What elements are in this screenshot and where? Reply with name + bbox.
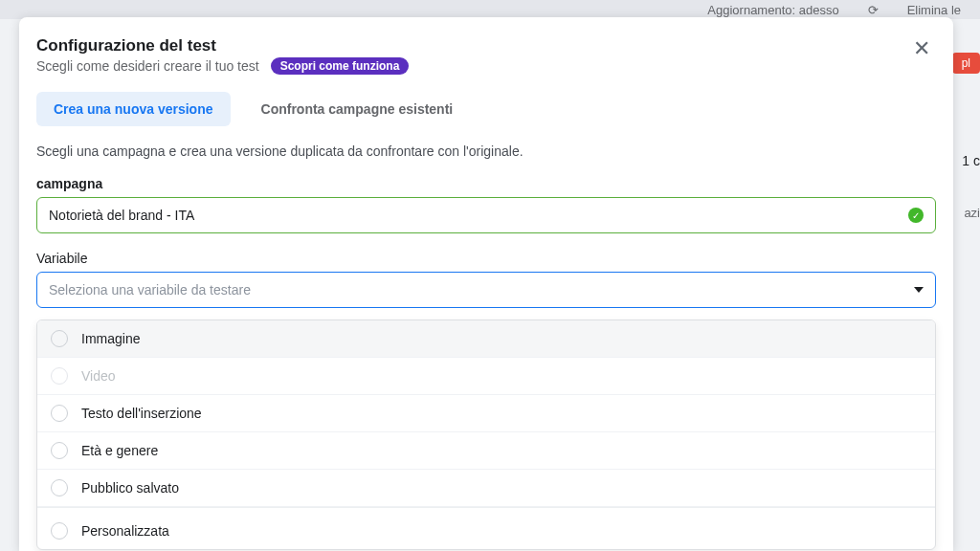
option-label: Pubblico salvato bbox=[81, 480, 179, 496]
variable-option: Video bbox=[37, 358, 935, 395]
modal-header: Configurazione del test Scegli come desi… bbox=[36, 36, 936, 75]
modal-subtitle: Scegli come desideri creare il tuo test … bbox=[36, 57, 409, 75]
variable-label: Variabile bbox=[36, 251, 936, 266]
variable-placeholder: Seleziona una variabile da testare bbox=[49, 282, 251, 298]
background-badge: pl bbox=[952, 53, 980, 74]
radio-icon bbox=[51, 479, 68, 496]
refresh-icon: ⟳ bbox=[868, 3, 879, 17]
option-label: Immagine bbox=[81, 331, 140, 346]
close-icon: ✕ bbox=[913, 36, 930, 60]
background-side: azi bbox=[964, 206, 980, 220]
variable-option[interactable]: Personalizzata bbox=[37, 513, 935, 549]
option-label: Età e genere bbox=[81, 443, 158, 458]
radio-icon bbox=[51, 405, 68, 422]
option-label: Video bbox=[81, 368, 116, 384]
delete-label: Elimina le bbox=[907, 3, 961, 17]
variable-select[interactable]: Seleziona una variabile da testare bbox=[36, 272, 936, 308]
update-status: Aggiornamento: adesso bbox=[707, 3, 838, 17]
tab-compare-campaigns[interactable]: Confronta campagne esistenti bbox=[244, 92, 471, 126]
modal-title: Configurazione del test bbox=[36, 36, 409, 55]
background-toolbar: Aggiornamento: adesso ⟳ Elimina le bbox=[0, 0, 980, 19]
radio-icon bbox=[51, 367, 68, 385]
radio-icon bbox=[51, 330, 68, 347]
caret-down-icon bbox=[914, 287, 924, 293]
campaign-label: campagna bbox=[36, 176, 936, 191]
tab-create-version[interactable]: Crea una nuova versione bbox=[36, 92, 231, 126]
test-config-modal: Configurazione del test Scegli come desi… bbox=[19, 17, 953, 551]
variable-option[interactable]: Età e genere bbox=[37, 432, 935, 470]
check-icon: ✓ bbox=[908, 208, 924, 223]
radio-icon bbox=[51, 442, 68, 459]
variable-option[interactable]: Pubblico salvato bbox=[37, 470, 935, 507]
variable-dropdown: ImmagineVideoTesto dell'inserzioneEtà e … bbox=[36, 320, 936, 550]
variable-option[interactable]: Immagine bbox=[37, 320, 935, 358]
background-count: 1 c bbox=[962, 153, 980, 168]
radio-icon bbox=[51, 522, 68, 540]
option-label: Testo dell'inserzione bbox=[81, 406, 202, 421]
close-button[interactable]: ✕ bbox=[907, 36, 936, 61]
campaign-select[interactable]: Notorietà del brand - ITA ✓ bbox=[36, 197, 936, 233]
subtitle-text: Scegli come desideri creare il tuo test bbox=[36, 58, 259, 74]
learn-how-link[interactable]: Scopri come funziona bbox=[271, 57, 410, 75]
option-label: Personalizzata bbox=[81, 523, 169, 539]
variable-option[interactable]: Testo dell'inserzione bbox=[37, 395, 935, 432]
campaign-value: Notorietà del brand - ITA bbox=[49, 208, 194, 223]
tabs: Crea una nuova versione Confronta campag… bbox=[36, 92, 936, 126]
instruction-text: Scegli una campagna e crea una versione … bbox=[36, 143, 936, 159]
